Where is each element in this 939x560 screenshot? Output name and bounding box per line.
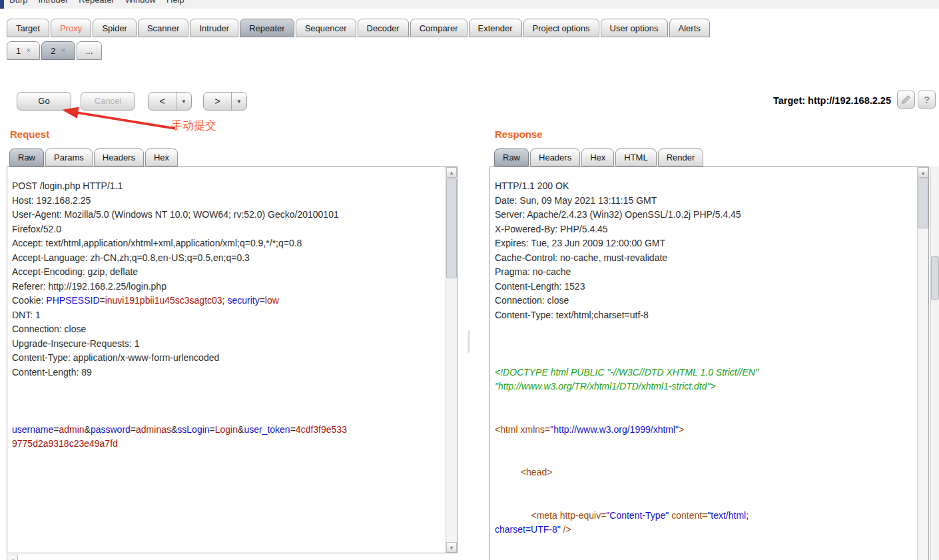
menu-item-intruder[interactable]: Intruder: [38, 0, 68, 5]
request-tab-params[interactable]: Params: [45, 148, 93, 166]
request-tab-label: Raw: [18, 152, 35, 162]
response-tab-label: Raw: [503, 152, 520, 162]
repeater-tab-label: 2: [51, 46, 55, 56]
menu-item-help[interactable]: Help: [166, 0, 184, 5]
menu-item-window[interactable]: Window: [125, 0, 156, 5]
request-tab-hex[interactable]: Hex: [145, 148, 178, 166]
request-tab-raw[interactable]: Raw: [9, 148, 44, 166]
message-line: Content-Type: application/x-www-form-url…: [12, 351, 444, 366]
cancel-button[interactable]: Cancel: [81, 92, 135, 111]
response-tab-hex[interactable]: Hex: [581, 148, 614, 166]
repeater-tab-1[interactable]: 1×: [7, 41, 40, 60]
message-line: DNT: 1: [12, 308, 444, 323]
repeater-tab-2[interactable]: 2×: [41, 41, 75, 60]
response-tab-html[interactable]: HTML: [615, 148, 656, 166]
message-line: Expires: Tue, 23 Jun 2009 12:00:00 GMT: [495, 236, 915, 251]
repeater-tab-more-tabs[interactable]: ...: [77, 41, 103, 60]
scroll-thumb[interactable]: [931, 256, 939, 300]
response-tab-label: Render: [667, 152, 695, 162]
message-line: [495, 351, 915, 366]
help-button[interactable]: ?: [918, 91, 936, 109]
message-line: [12, 394, 444, 409]
menu-items: BurpIntruderRepeaterWindowHelp: [9, 0, 195, 5]
tab-target[interactable]: Target: [7, 19, 49, 37]
tab-scanner[interactable]: Scanner: [138, 19, 188, 37]
edit-target-button[interactable]: [897, 91, 915, 109]
scroll-up-icon[interactable]: ▲: [918, 167, 928, 178]
tab-comparer[interactable]: Comparer: [410, 19, 468, 37]
annotation-note: 手动提交: [171, 118, 216, 133]
tab-label: Intruder: [199, 23, 229, 33]
message-line: [495, 437, 915, 451]
request-vertical-scrollbar[interactable]: ▲ ▼: [446, 167, 457, 553]
tab-intruder[interactable]: Intruder: [190, 19, 238, 37]
question-mark-icon: ?: [924, 94, 930, 105]
message-line: Accept-Encoding: gzip, deflate: [12, 265, 444, 280]
panel-splitter[interactable]: [468, 330, 470, 353]
tab-proxy[interactable]: Proxy: [51, 19, 91, 37]
message-line: Content-Length: 1523: [495, 280, 915, 294]
message-line: username=admin&password=adminas&ssLogin=…: [12, 423, 444, 437]
target-url-label: Target: http://192.168.2.25: [773, 95, 891, 106]
next-request-button[interactable]: > ▼: [203, 92, 247, 111]
scroll-thumb[interactable]: [918, 178, 928, 228]
menu-item-repeater[interactable]: Repeater: [79, 0, 114, 5]
next-arrow-label[interactable]: >: [204, 93, 231, 110]
tab-extender[interactable]: Extender: [469, 19, 522, 37]
request-panel-title: Request: [10, 129, 49, 140]
response-panel-title: Response: [495, 129, 543, 140]
message-line: POST /login.php HTTP/1.1: [12, 179, 444, 194]
menu-item-burp[interactable]: Burp: [9, 0, 27, 5]
response-tab-headers[interactable]: Headers: [530, 148, 580, 166]
message-line: HTTP/1.1 200 OK: [495, 179, 915, 194]
close-tab-icon[interactable]: ×: [61, 46, 65, 55]
message-line: X-Powered-By: PHP/5.4.45: [495, 222, 915, 237]
message-line: "http://www.w3.org/TR/xhtml1/DTD/xhtml1-…: [495, 380, 915, 394]
message-line: <meta http-equiv="Content-Type" content=…: [495, 509, 915, 523]
tab-sequencer[interactable]: Sequencer: [296, 19, 356, 37]
request-tab-headers[interactable]: Headers: [94, 148, 144, 166]
tab-spider[interactable]: Spider: [93, 19, 137, 37]
tab-label: Sequencer: [305, 23, 347, 33]
scroll-down-icon[interactable]: ▼: [446, 542, 457, 553]
message-line: <html xmlns="http://www.w3.org/1999/xhtm…: [495, 423, 915, 437]
response-tab-render[interactable]: Render: [658, 148, 704, 166]
message-line: <!DOCTYPE html PUBLIC "-//W3C//DTD XHTML…: [495, 366, 915, 380]
request-tab-label: Headers: [103, 152, 135, 162]
request-editor[interactable]: POST /login.php HTTP/1.1Host: 192.168.2.…: [12, 179, 444, 551]
message-line: Host: 192.168.2.25: [12, 194, 444, 208]
tab-label: Proxy: [60, 23, 82, 33]
go-button[interactable]: Go: [17, 92, 71, 111]
message-line: Referer: http://192.168.2.25/login.php: [12, 280, 444, 294]
tab-alerts[interactable]: Alerts: [669, 19, 710, 37]
tab-label: Alerts: [679, 23, 701, 33]
tab-label: Scanner: [147, 23, 179, 33]
previous-arrow-label[interactable]: <: [149, 93, 176, 110]
repeater-tab-label: 1: [16, 46, 21, 56]
request-horizontal-scrollbar[interactable]: ◄: [7, 555, 458, 560]
message-line: Server: Apache/2.4.23 (Win32) OpenSSL/1.…: [495, 208, 915, 222]
previous-request-button[interactable]: < ▼: [148, 92, 192, 111]
scroll-left-icon[interactable]: ◄: [7, 555, 18, 560]
chevron-down-icon[interactable]: ▼: [231, 93, 246, 110]
request-tab-label: Hex: [154, 152, 169, 162]
request-editor-tab-bar: RawParamsHeadersHex: [9, 148, 178, 166]
tab-decoder[interactable]: Decoder: [358, 19, 409, 37]
chevron-down-icon[interactable]: ▼: [176, 93, 191, 110]
close-tab-icon[interactable]: ×: [26, 46, 31, 55]
tab-label: Spider: [102, 23, 127, 33]
target-url-value: http://192.168.2.25: [808, 95, 891, 106]
tab-label: Target: [16, 23, 40, 33]
message-line: User-Agent: Mozilla/5.0 (Windows NT 10.0…: [12, 208, 444, 222]
response-tab-raw[interactable]: Raw: [494, 148, 529, 166]
response-vertical-scrollbar[interactable]: ▲: [917, 167, 928, 560]
scroll-up-icon[interactable]: ▲: [446, 167, 457, 178]
tab-project-options[interactable]: Project options: [523, 19, 599, 37]
scroll-thumb[interactable]: [446, 178, 457, 278]
tab-repeater[interactable]: Repeater: [240, 19, 294, 37]
response-viewer-panel: HTTP/1.1 200 OKDate: Sun, 09 May 2021 13…: [489, 166, 929, 560]
window-vertical-scrollbar[interactable]: [930, 166, 939, 560]
message-line: [495, 494, 915, 509]
response-viewer[interactable]: HTTP/1.1 200 OKDate: Sun, 09 May 2021 13…: [495, 179, 915, 558]
tab-user-options[interactable]: User options: [601, 19, 668, 37]
